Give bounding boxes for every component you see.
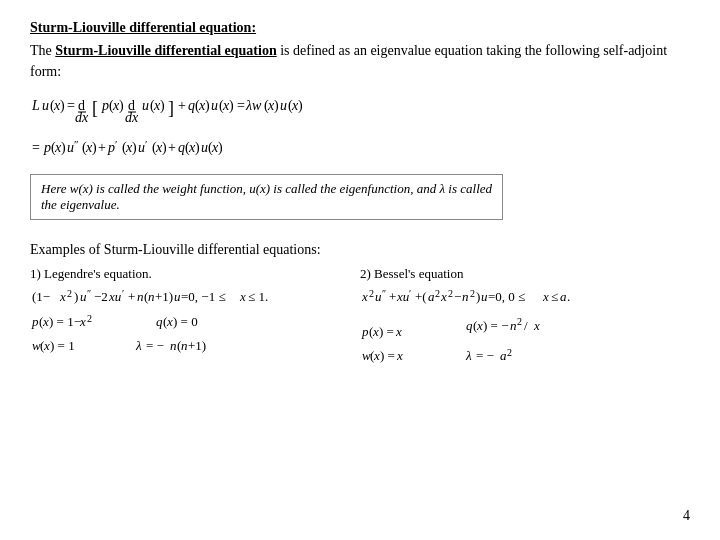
svg-text:p: p (361, 324, 369, 339)
svg-text:″: ″ (382, 288, 386, 299)
svg-text:x: x (361, 289, 368, 304)
svg-text:= −: = − (146, 338, 164, 353)
svg-text:x: x (395, 324, 402, 339)
svg-text:+: + (128, 289, 135, 304)
svg-text:q: q (466, 318, 473, 333)
svg-text:u: u (174, 289, 181, 304)
svg-text:) = 1−: ) = 1− (49, 314, 81, 329)
svg-text:): ) (298, 98, 303, 114)
svg-text:): ) (92, 140, 97, 156)
svg-text:2: 2 (448, 288, 453, 299)
svg-text:) = 0: ) = 0 (173, 314, 198, 329)
svg-text:n: n (170, 338, 177, 353)
svg-text:n: n (510, 318, 517, 333)
svg-text:2: 2 (517, 316, 522, 327)
page: Sturm-Liouville differential equation: T… (0, 0, 720, 540)
svg-text:): ) (132, 140, 137, 156)
svg-text:x: x (533, 318, 540, 333)
svg-text:2: 2 (470, 288, 475, 299)
svg-text:(1−: (1− (32, 289, 50, 304)
svg-text:): ) (229, 98, 234, 114)
svg-text:): ) (476, 289, 480, 304)
svg-text:u: u (481, 289, 488, 304)
svg-text:): ) (218, 140, 223, 156)
example2-lambda: λ = − a 2 (464, 346, 564, 366)
svg-text:+(: +( (415, 289, 427, 304)
svg-text:2: 2 (369, 288, 374, 299)
examples-grid: 1) Legendre's equation. (1− x 2 ) u ″ −2… (30, 266, 690, 370)
svg-text:x: x (396, 348, 403, 363)
svg-text:=: = (237, 98, 245, 113)
example2-wx: w ( x ) = x (360, 346, 460, 366)
svg-text:=0,  0 ≤: =0, 0 ≤ (488, 289, 525, 304)
svg-text:n: n (462, 289, 469, 304)
svg-text:): ) (205, 98, 210, 114)
svg-text:n: n (181, 338, 188, 353)
svg-text:) = −: ) = − (483, 318, 509, 333)
svg-text:λ: λ (135, 338, 142, 353)
svg-text:+: + (389, 289, 396, 304)
svg-text:′: ′ (145, 138, 147, 150)
svg-text:−2: −2 (94, 289, 108, 304)
svg-text:q: q (178, 140, 185, 155)
svg-text:) = 1: ) = 1 (50, 338, 75, 353)
svg-text:+: + (168, 140, 176, 155)
svg-text:2: 2 (435, 288, 440, 299)
example2-px: p ( x ) = x (360, 322, 460, 342)
svg-text:p: p (107, 140, 115, 155)
svg-text:x: x (476, 318, 483, 333)
svg-text:L: L (31, 98, 40, 113)
svg-text:): ) (119, 98, 124, 114)
svg-text:p: p (101, 98, 109, 113)
svg-text:u: u (375, 289, 382, 304)
example1-eq1: (1− x 2 ) u ″ −2 xu ′ + n ( n +1) u =0, … (30, 286, 330, 308)
svg-text:u: u (80, 289, 87, 304)
svg-text:″: ″ (87, 288, 91, 299)
svg-text:x: x (372, 324, 379, 339)
svg-text:): ) (160, 98, 165, 114)
svg-text:u: u (142, 98, 149, 113)
svg-text:): ) (61, 140, 66, 156)
svg-text:x: x (373, 348, 380, 363)
example1-column: 1) Legendre's equation. (1− x 2 ) u ″ −2… (30, 266, 360, 370)
svg-text:=: = (32, 140, 40, 155)
svg-text:x: x (542, 289, 549, 304)
svg-text:′: ′ (122, 288, 124, 299)
svg-text:n: n (148, 289, 155, 304)
svg-text:x: x (79, 314, 86, 329)
svg-text:x: x (43, 338, 50, 353)
svg-text:dx: dx (75, 110, 89, 125)
svg-text:u: u (42, 98, 49, 113)
svg-text:=: = (67, 98, 75, 113)
svg-text:x: x (440, 289, 447, 304)
example2-eq1: x 2 u ″ + xu ′ +( a 2 x 2 − n 2 ) u =0, … (360, 286, 670, 308)
svg-text:′: ′ (115, 138, 117, 150)
eigenvalue-note-box: Here w(x) is called the weight function,… (30, 174, 503, 220)
svg-text:xu: xu (108, 289, 122, 304)
svg-text:p: p (31, 314, 39, 329)
svg-text:xu: xu (396, 289, 410, 304)
example1-wx: w ( x ) = 1 (30, 336, 130, 356)
svg-text:): ) (274, 98, 279, 114)
svg-text:): ) (60, 98, 65, 114)
svg-text:≤ 1.: ≤ 1. (248, 289, 268, 304)
svg-text:a: a (500, 348, 507, 363)
eigenvalue-note-line1: Here w(x) is called the weight function,… (41, 181, 492, 197)
svg-text:x: x (239, 289, 246, 304)
svg-text:dx: dx (125, 110, 139, 125)
svg-text:′: ′ (409, 288, 411, 299)
intro-bold: Sturm-Liouville differential equation (55, 43, 276, 58)
intro-part1: The (30, 43, 55, 58)
svg-text:+1): +1) (188, 338, 206, 353)
eigenvalue-note-line2: the eigenvalue. (41, 197, 492, 213)
svg-text:u: u (280, 98, 287, 113)
example2-column: 2) Bessel's equation x 2 u ″ + xu ′ +( a… (360, 266, 690, 370)
svg-text:a: a (560, 289, 567, 304)
examples-title: Examples of Sturm-Liouville differential… (30, 242, 690, 258)
svg-text:q: q (156, 314, 163, 329)
svg-text:x: x (59, 289, 66, 304)
svg-text:): ) (74, 289, 78, 304)
svg-text:p: p (43, 140, 51, 155)
svg-text:): ) (162, 140, 167, 156)
expanded-equation: = p ( x ) u ″ ( x ) + p ′ ( x ) u ′ ( x … (30, 136, 690, 164)
